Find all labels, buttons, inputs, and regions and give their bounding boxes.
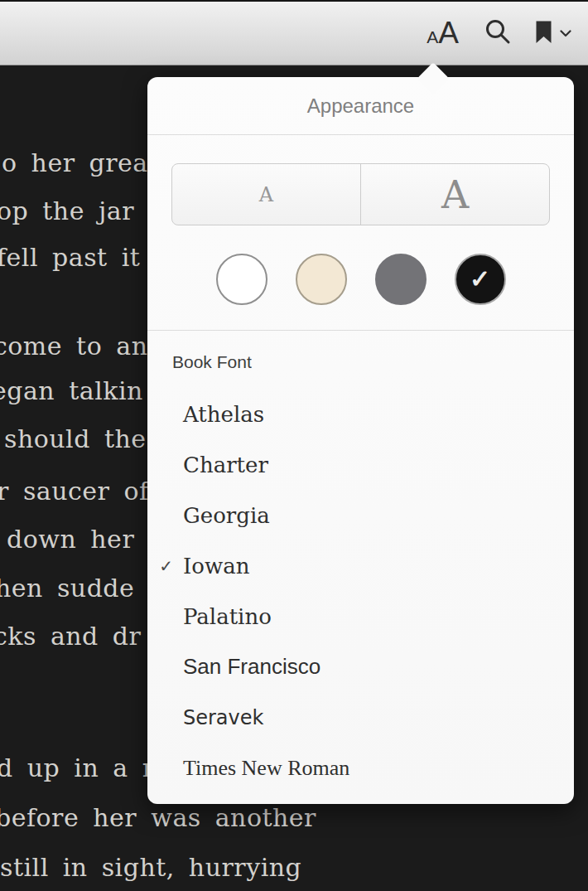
appearance-button[interactable]: AA	[427, 16, 459, 51]
font-option-label: Palatino	[183, 604, 272, 629]
font-option-label: Charter	[183, 453, 268, 477]
font-option-label: Times New Roman	[183, 756, 349, 781]
section-divider	[147, 330, 574, 331]
theme-swatch-night[interactable]: ✓	[455, 254, 506, 305]
appearance-popover: Appearance A A ✓ Book Font ✓Athelas✓Char…	[147, 77, 574, 804]
font-option-iowan[interactable]: ✓Iowan	[147, 540, 574, 591]
theme-swatches: ✓	[147, 254, 574, 305]
font-option-label: Georgia	[183, 503, 270, 528]
theme-swatch-white[interactable]	[216, 254, 267, 305]
book-text-line: r saucer of	[0, 474, 149, 509]
popover-title: Appearance	[307, 94, 414, 118]
font-option-san-francisco[interactable]: ✓San Francisco	[147, 642, 574, 692]
font-option-georgia[interactable]: ✓Georgia	[147, 490, 574, 540]
book-text-line: cks and dr	[0, 619, 141, 654]
font-size-control: A A	[171, 163, 550, 225]
font-option-seravek[interactable]: ✓Seravek	[147, 692, 574, 743]
increase-font-size-button[interactable]: A	[360, 164, 549, 225]
checkmark-icon: ✓	[147, 556, 183, 576]
font-option-label: Athelas	[183, 402, 264, 427]
book-text-line: hen sudde	[0, 571, 134, 606]
book-font-label: Book Font	[172, 352, 574, 372]
book-text-line: before her was another	[0, 801, 316, 835]
search-icon	[485, 19, 511, 47]
font-option-palatino[interactable]: ✓Palatino	[147, 591, 574, 642]
font-option-label: Seravek	[183, 706, 263, 729]
book-text-line: op the jar	[0, 194, 134, 229]
font-option-athelas[interactable]: ✓Athelas	[147, 389, 574, 439]
book-text-line: down her	[7, 522, 134, 557]
bookmark-icon	[536, 21, 552, 46]
bookmark-menu-button[interactable]	[536, 21, 571, 46]
font-option-charter[interactable]: ✓Charter	[147, 439, 574, 490]
book-text-line: d up in a n	[0, 751, 159, 786]
font-option-times-new-roman[interactable]: ✓Times New Roman	[147, 743, 574, 793]
appearance-aa-icon: A	[438, 16, 459, 51]
appearance-aa-icon: A	[427, 27, 438, 47]
checkmark-icon: ✓	[470, 267, 490, 292]
decrease-font-size-button[interactable]: A	[172, 164, 360, 225]
search-button[interactable]	[485, 19, 511, 47]
book-text-line: o her great	[2, 146, 158, 181]
book-text-line: egan talkin	[0, 374, 143, 409]
chevron-down-icon	[560, 27, 571, 40]
theme-swatch-gray[interactable]	[375, 254, 427, 305]
font-option-label: Iowan	[183, 554, 249, 579]
theme-swatch-sepia[interactable]	[296, 254, 347, 305]
font-option-label: San Francisco	[183, 654, 321, 680]
book-text-line: still in sight, hurrying	[0, 850, 301, 885]
font-list: ✓Athelas✓Charter✓Georgia✓Iowan✓Palatino✓…	[147, 389, 574, 793]
toolbar: AA	[0, 0, 588, 65]
book-text-line: come to an	[0, 329, 147, 364]
popover-header: Appearance	[147, 77, 574, 135]
book-text-line: fell past it	[0, 240, 140, 275]
book-text-line: should the	[4, 422, 147, 457]
